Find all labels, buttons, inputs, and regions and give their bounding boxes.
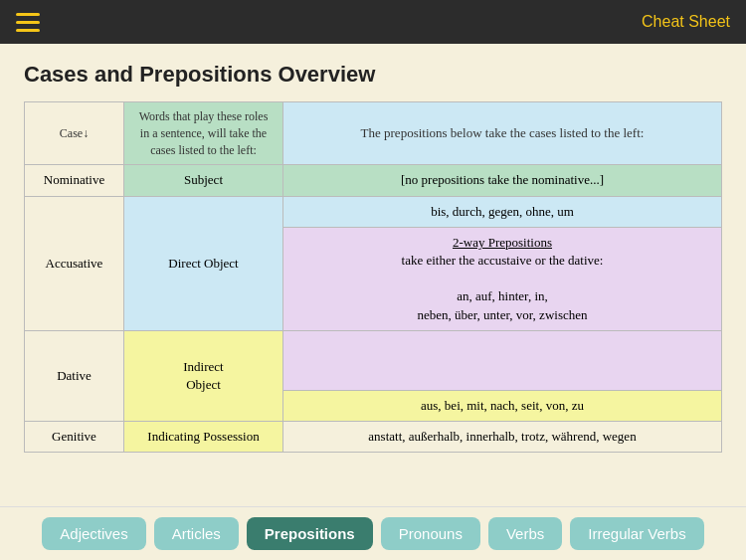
table-header-row: Case↓ Words that play these roles in a s… <box>25 102 722 165</box>
dative-case-cell: Dative <box>25 330 124 421</box>
hamburger-menu[interactable] <box>16 13 40 32</box>
header-title: Cheat Sheet <box>642 13 730 31</box>
two-way-prep-cell: 2-way Prepositions take either the accus… <box>283 227 722 330</box>
header-prep-cell: The prepositions below take the cases li… <box>283 102 722 165</box>
genitive-row: Genitive Indicating Possession anstatt, … <box>25 421 722 452</box>
main-content: Cases and Prepositions Overview Case↓ Wo… <box>0 44 746 463</box>
genitive-role-cell: Indicating Possession <box>124 421 283 452</box>
genitive-prep-cell: anstatt, außerhalb, innerhalb, trotz, wä… <box>283 421 722 452</box>
accusative-prep-top-cell: bis, durch, gegen, ohne, um <box>283 196 722 227</box>
header-case-cell: Case↓ <box>25 102 124 165</box>
cases-table: Case↓ Words that play these roles in a s… <box>24 101 722 453</box>
accusative-case-cell: Accusative <box>25 196 124 330</box>
dative-prep-cell: aus, bei, mit, nach, seit, von, zu <box>283 390 722 421</box>
accusative-row: Accusative Direct Object bis, durch, geg… <box>25 196 722 227</box>
tab-pronouns[interactable]: Pronouns <box>381 517 480 550</box>
nominative-case-cell: Nominative <box>25 165 124 196</box>
tab-verbs[interactable]: Verbs <box>488 517 562 550</box>
nominative-role-cell: Subject <box>124 165 283 196</box>
tab-prepositions[interactable]: Prepositions <box>247 517 373 550</box>
genitive-case-cell: Genitive <box>25 421 124 452</box>
dative-role-cell: IndirectObject <box>124 330 283 421</box>
dative-row: Dative IndirectObject <box>25 330 722 390</box>
dative-2way-cell <box>283 330 722 390</box>
app-header: Cheat Sheet <box>0 0 746 44</box>
nominative-prep-cell: [no prepositions take the nominative...] <box>283 165 722 196</box>
page-title: Cases and Prepositions Overview <box>24 62 722 88</box>
accusative-role-cell: Direct Object <box>124 196 283 330</box>
tab-articles[interactable]: Articles <box>154 517 239 550</box>
tab-irregular-verbs[interactable]: Irregular Verbs <box>570 517 703 550</box>
bottom-nav: Adjectives Articles Prepositions Pronoun… <box>0 506 746 560</box>
tab-adjectives[interactable]: Adjectives <box>42 517 145 550</box>
two-way-title: 2-way Prepositions <box>293 234 711 252</box>
header-role-cell: Words that play these roles in a sentenc… <box>124 102 283 165</box>
nominative-row: Nominative Subject [no prepositions take… <box>25 165 722 196</box>
